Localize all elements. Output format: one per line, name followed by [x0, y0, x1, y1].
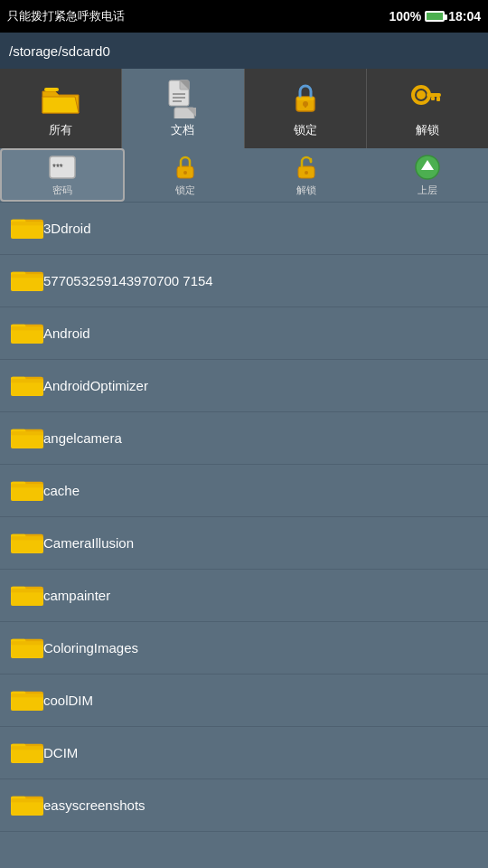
file-name: Android [43, 326, 90, 341]
subtab-locked-icon [171, 153, 200, 182]
file-name: ColoringImages [43, 640, 138, 656]
svg-rect-55 [11, 536, 43, 540]
docs-icon [163, 79, 202, 118]
svg-rect-51 [11, 484, 43, 487]
list-item[interactable]: 3Ddroid [0, 203, 488, 255]
clock: 18:04 [448, 9, 481, 24]
file-name: CameraIllusion [43, 535, 134, 551]
status-right: 100% 18:04 [389, 9, 481, 24]
path-bar: /storage/sdcard0 [0, 33, 488, 69]
tab-all[interactable]: 所有 [0, 69, 122, 148]
svg-rect-67 [11, 693, 43, 697]
tab-unlocked[interactable]: 解锁 [367, 69, 488, 148]
svg-rect-19 [431, 97, 435, 100]
svg-rect-63 [11, 641, 43, 645]
all-icon [41, 79, 80, 118]
file-name: easyscreenshots [43, 797, 145, 813]
file-name: coolDIM [43, 693, 93, 708]
locked-icon [286, 79, 325, 118]
file-name: campainter [43, 588, 110, 603]
list-item[interactable]: Android [0, 307, 488, 360]
svg-rect-35 [11, 274, 43, 278]
unlocked-icon [408, 79, 447, 118]
list-item[interactable]: coolDIM [0, 675, 488, 727]
folder-icon [11, 790, 43, 821]
subtab-unlock[interactable]: 解锁 [246, 148, 367, 202]
svg-rect-59 [11, 589, 43, 592]
folder-icon [11, 266, 43, 297]
svg-rect-17 [427, 93, 441, 97]
path-text: /storage/sdcard0 [9, 43, 110, 59]
list-item[interactable]: 577053259143970700 7154 [0, 255, 488, 307]
subtab-password-label: 密码 [52, 184, 72, 197]
file-name: angelcamera [43, 430, 122, 446]
file-name: cache [43, 483, 80, 498]
subtab-password[interactable]: *** 密码 [0, 148, 125, 202]
folder-icon [11, 423, 43, 454]
svg-rect-7 [173, 97, 185, 99]
list-item[interactable]: AndroidOptimizer [0, 360, 488, 412]
svg-text:***: *** [52, 163, 63, 173]
list-item[interactable]: cache [0, 465, 488, 517]
svg-rect-39 [11, 326, 43, 330]
battery-icon [425, 11, 445, 22]
list-item[interactable]: DCIM [0, 727, 488, 779]
tab-locked-label: 锁定 [294, 122, 317, 138]
folder-icon [11, 318, 43, 349]
list-item[interactable]: angelcamera [0, 412, 488, 465]
status-left-text: 只能拨打紧急呼救电话 [7, 8, 125, 24]
battery-percent: 100% [389, 9, 421, 24]
svg-rect-71 [11, 746, 43, 750]
svg-rect-31 [11, 222, 43, 225]
folder-icon [11, 633, 43, 664]
subtab-up-icon [413, 153, 442, 182]
folder-icon [11, 528, 43, 559]
file-name: DCIM [43, 745, 78, 760]
status-bar: 只能拨打紧急呼救电话 100% 18:04 [0, 0, 488, 33]
file-list: 3Ddroid 577053259143970700 7154 Android … [0, 203, 488, 868]
list-item[interactable]: CameraIllusion [0, 517, 488, 570]
folder-icon [11, 371, 43, 401]
sub-tabs: *** 密码 锁定 解锁 [0, 148, 488, 203]
subtab-locked[interactable]: 锁定 [125, 148, 246, 202]
subtab-up-label: 上层 [418, 184, 437, 197]
svg-rect-14 [296, 97, 314, 100]
tab-locked[interactable]: 锁定 [245, 69, 367, 148]
folder-icon [11, 685, 43, 716]
svg-point-16 [417, 90, 426, 99]
svg-rect-13 [305, 104, 306, 108]
svg-point-23 [183, 171, 187, 175]
svg-rect-75 [11, 798, 43, 802]
folder-icon [11, 476, 43, 506]
svg-point-25 [305, 171, 308, 175]
tab-docs[interactable]: 文档 [122, 69, 244, 148]
folder-icon [11, 738, 43, 769]
svg-marker-1 [42, 97, 79, 113]
subtab-unlock-icon [292, 153, 321, 182]
password-icon: *** [48, 153, 77, 182]
tab-docs-label: 文档 [171, 122, 194, 138]
tab-all-label: 所有 [49, 122, 72, 138]
subtab-up[interactable]: 上层 [367, 148, 488, 202]
svg-rect-8 [173, 100, 182, 102]
svg-rect-47 [11, 431, 43, 435]
subtab-unlock-label: 解锁 [296, 184, 316, 197]
file-name: AndroidOptimizer [43, 378, 148, 393]
list-item[interactable]: easyscreenshots [0, 779, 488, 832]
top-tabs: 所有 文档 [0, 69, 488, 148]
list-item[interactable]: ColoringImages [0, 622, 488, 675]
tab-unlocked-label: 解锁 [416, 122, 439, 138]
svg-rect-6 [173, 93, 185, 95]
svg-rect-18 [436, 97, 440, 101]
folder-icon [11, 213, 43, 244]
file-name: 577053259143970700 7154 [43, 273, 213, 288]
folder-icon [11, 580, 43, 611]
subtab-locked-label: 锁定 [175, 184, 195, 197]
svg-rect-2 [44, 88, 59, 91]
file-name: 3Ddroid [43, 221, 91, 236]
svg-rect-43 [11, 379, 43, 382]
list-item[interactable]: campainter [0, 570, 488, 622]
